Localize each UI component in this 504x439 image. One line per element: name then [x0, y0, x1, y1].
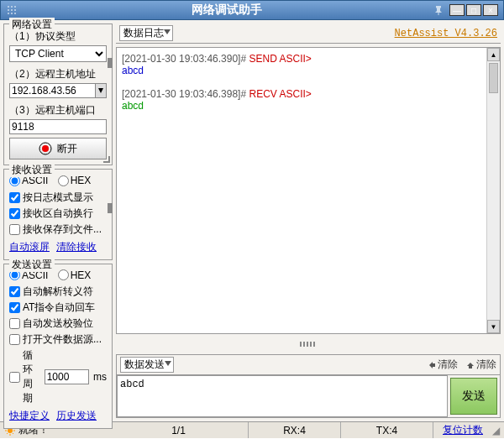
send-autocheck-check[interactable]: 自动发送校验位 [9, 316, 107, 331]
status-rx: RX:4 [249, 422, 341, 438]
send-header: 数据发送 清除 清除 [117, 355, 500, 375]
minimize-button[interactable]: — [449, 4, 465, 16]
titlebar-grip-icon [6, 4, 18, 16]
scroll-thumb[interactable] [489, 63, 498, 93]
recv-savefile-check[interactable]: 接收保存到文件... [9, 222, 107, 237]
side-mark [108, 58, 113, 68]
svg-point-2 [14, 6, 16, 8]
close-button[interactable]: × [483, 4, 498, 16]
recv-settings-group: 接收设置 ASCII HEX 按日志模式显示 接收区自动换行 接收保存到文件..… [3, 169, 113, 260]
pin-icon[interactable] [433, 4, 444, 16]
version-link[interactable]: NetAssist V4.3.26 [395, 28, 497, 39]
net-settings-group: 网络设置 （1）协议类型 TCP Client （2）远程主机地址 ▾ （3）远… [3, 24, 113, 165]
svg-point-8 [14, 13, 16, 14]
arrow-up-icon [466, 361, 475, 369]
svg-line-20 [7, 433, 8, 434]
history-link[interactable]: 历史发送 [56, 409, 97, 423]
resize-grip-icon [103, 156, 110, 163]
log-line: abcd [122, 100, 495, 112]
send-at-check[interactable]: AT指令自动回车 [9, 301, 107, 315]
send-openfile-check[interactable]: 打开文件数据源... [9, 332, 107, 347]
arrow-left-icon [428, 361, 436, 369]
scroll-down-icon[interactable]: ▼ [487, 320, 500, 333]
recv-hex-radio[interactable]: HEX [58, 175, 92, 186]
send-button[interactable]: 发送 [450, 378, 497, 415]
status-page: 1/1 [109, 422, 249, 438]
clear-recv-link[interactable]: 清除接收 [56, 240, 97, 254]
send-settings-group: 发送设置 ASCII HEX 自动解析转义符 AT指令自动回车 自动发送校验位 … [3, 264, 113, 430]
right-panel: 数据日志 NetAssist V4.3.26 [2021-01-30 19:03… [116, 24, 501, 418]
svg-point-6 [8, 13, 9, 14]
title-bar: 网络调试助手 — □ × [0, 0, 504, 20]
svg-line-18 [13, 433, 13, 434]
net-group-title: 网络设置 [9, 18, 55, 32]
reset-count-link[interactable]: 复位计数 [433, 422, 492, 438]
recv-group-title: 接收设置 [9, 163, 55, 177]
send-hex-radio[interactable]: HEX [58, 269, 92, 281]
svg-point-1 [11, 6, 13, 8]
maximize-button[interactable]: □ [466, 4, 481, 16]
log-line: abcd [122, 65, 495, 76]
scroll-up-icon[interactable]: ▲ [487, 48, 500, 61]
svg-point-7 [11, 13, 13, 14]
splitter[interactable] [116, 337, 501, 351]
scrollbar[interactable]: ▲ ▼ [486, 48, 500, 333]
svg-point-5 [14, 9, 16, 11]
resize-grip-icon[interactable]: ◢ [492, 425, 504, 436]
disconnect-button[interactable]: 断开 [9, 138, 107, 159]
send-group-title: 发送设置 [9, 258, 55, 272]
port-label: （3）远程主机端口 [9, 103, 107, 118]
content-area: 网络设置 （1）协议类型 TCP Client （2）远程主机地址 ▾ （3）远… [0, 20, 504, 421]
quickdef-link[interactable]: 快捷定义 [9, 409, 50, 423]
log-line [122, 76, 495, 88]
record-icon [39, 142, 52, 155]
port-input[interactable] [9, 119, 107, 134]
loop-period-input[interactable] [45, 369, 89, 384]
left-panel: 网络设置 （1）协议类型 TCP Client （2）远程主机地址 ▾ （3）远… [3, 24, 113, 418]
window-title: 网络调试助手 [21, 3, 433, 18]
log-line: [2021-01-30 19:03:46.398]# RECV ASCII> [122, 88, 495, 100]
log-area[interactable]: [2021-01-30 19:03:46.390]# SEND ASCII> a… [116, 47, 501, 334]
side-mark [108, 203, 113, 213]
svg-point-4 [11, 9, 13, 11]
log-tab[interactable]: 数据日志 [119, 25, 173, 41]
svg-point-11 [42, 145, 49, 152]
send-loop-check[interactable]: 循环周期ms [9, 348, 107, 405]
send-input[interactable] [117, 375, 448, 417]
recv-autowrap-check[interactable]: 接收区自动换行 [9, 206, 107, 221]
send-panel: 数据发送 清除 清除 发送 [116, 354, 501, 418]
log-header: 数据日志 NetAssist V4.3.26 [116, 24, 501, 44]
clear-left-button[interactable]: 清除 [428, 358, 458, 372]
svg-point-3 [8, 9, 9, 11]
host-input[interactable] [9, 83, 96, 98]
status-tx: TX:4 [341, 422, 433, 438]
send-tab[interactable]: 数据发送 [120, 357, 174, 373]
host-label: （2）远程主机地址 [9, 67, 107, 81]
proto-select[interactable]: TCP Client [9, 45, 107, 62]
recv-logmode-check[interactable]: 按日志模式显示 [9, 191, 107, 205]
send-escape-check[interactable]: 自动解析转义符 [9, 285, 107, 299]
svg-point-0 [8, 6, 9, 8]
host-dropdown-icon[interactable]: ▾ [96, 83, 107, 98]
autoscroll-link[interactable]: 自动滚屏 [9, 240, 50, 254]
clear-right-button[interactable]: 清除 [466, 358, 496, 372]
log-line: [2021-01-30 19:03:46.390]# SEND ASCII> [122, 53, 495, 65]
